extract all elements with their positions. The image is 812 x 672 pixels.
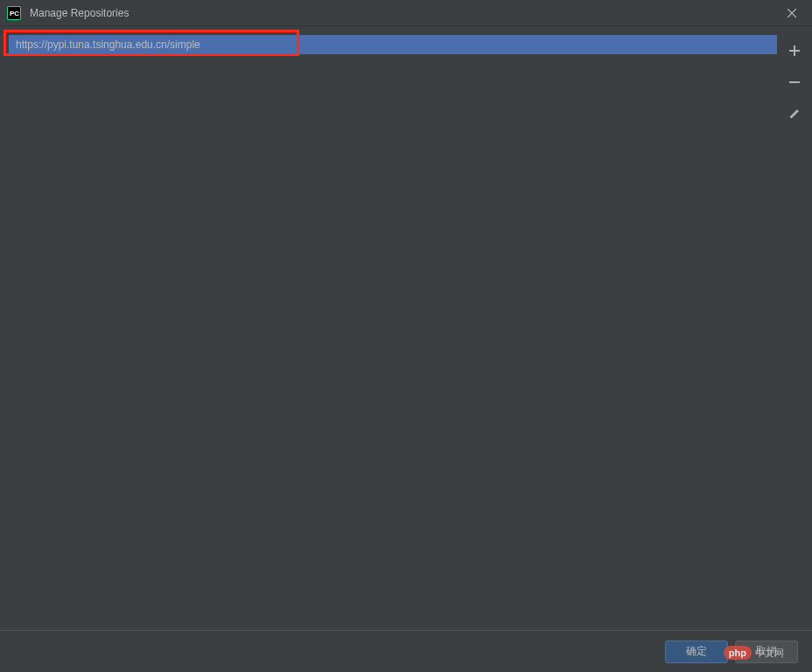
cancel-button[interactable]: 取消	[735, 640, 798, 663]
remove-button[interactable]	[784, 72, 805, 93]
repository-url: https://pypi.tuna.tsinghua.edu.cn/simple	[16, 38, 200, 51]
window-title: Manage Repositories	[30, 7, 779, 19]
plus-icon	[788, 45, 801, 57]
ok-button-label: 确定	[686, 644, 707, 659]
side-toolbar	[777, 35, 812, 612]
content-area: https://pypi.tuna.tsinghua.edu.cn/simple	[0, 26, 812, 621]
close-icon	[788, 9, 796, 18]
repository-list[interactable]: https://pypi.tuna.tsinghua.edu.cn/simple	[9, 35, 777, 612]
edit-button[interactable]	[784, 103, 805, 124]
repository-item[interactable]: https://pypi.tuna.tsinghua.edu.cn/simple	[9, 35, 777, 54]
pencil-icon	[788, 108, 801, 120]
svg-text:PC: PC	[10, 10, 19, 18]
ok-button[interactable]: 确定	[665, 640, 728, 663]
titlebar: PC Manage Repositories	[0, 0, 812, 26]
minus-icon	[788, 76, 801, 88]
close-button[interactable]	[779, 0, 805, 26]
add-button[interactable]	[784, 40, 805, 61]
dialog-footer: 确定 取消	[0, 630, 812, 672]
cancel-button-label: 取消	[756, 644, 777, 659]
app-icon: PC	[7, 6, 21, 20]
